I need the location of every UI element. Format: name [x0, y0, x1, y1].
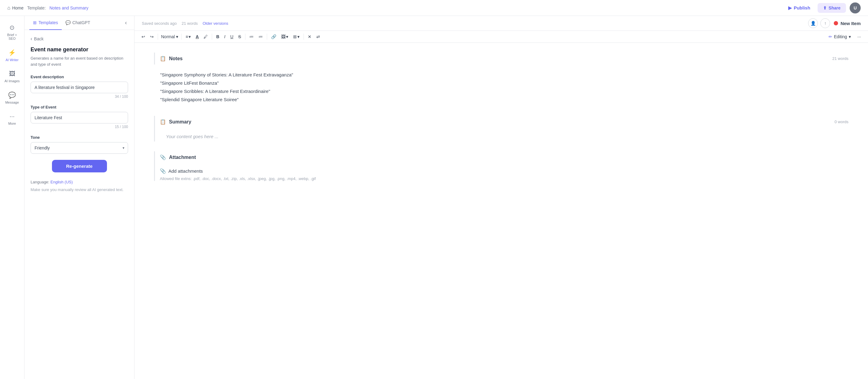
event-description-char-count: 34 / 100	[31, 94, 128, 99]
template-name-link[interactable]: Notes and Summary	[50, 5, 89, 10]
share-icon-button[interactable]: ↑	[820, 18, 830, 28]
disclaimer-text: Make sure you manually review all AI gen…	[31, 187, 128, 193]
home-link[interactable]: ⌂ Home	[7, 5, 24, 11]
sidebar-item-label-ai-images: AI Images	[5, 79, 20, 83]
summary-header-left: 📋 Summary	[160, 119, 191, 125]
chatgpt-tab-label: ChatGPT	[72, 20, 90, 25]
ai-writer-icon: ⚡	[8, 49, 16, 56]
text-direction-button[interactable]: ⇄	[314, 33, 322, 41]
undo-button[interactable]: ↩	[140, 33, 147, 41]
underline-button[interactable]: U	[228, 33, 235, 41]
event-description-input[interactable]	[31, 82, 128, 93]
align-button[interactable]: ≡ ▾	[183, 33, 193, 41]
table-button[interactable]: ⊞ ▾	[291, 33, 302, 41]
bold-button[interactable]: B	[214, 33, 221, 41]
toolbar-separator-5	[267, 34, 267, 40]
home-icon: ⌂	[7, 5, 10, 11]
regenerate-button[interactable]: Re-generate	[52, 160, 107, 172]
add-attachment-icon: 📎	[160, 168, 166, 174]
link-button[interactable]: 🔗	[269, 33, 278, 41]
redo-button[interactable]: ↪	[148, 33, 156, 41]
align-icon: ≡	[186, 34, 188, 39]
more-toolbar-icon: ···	[857, 34, 861, 39]
toolbar: ↩ ↪ Normal ▾ ≡ ▾ A 🖊 B	[134, 31, 868, 43]
note-line-3: "Singapore Scribbles: A Literature Fest …	[160, 87, 848, 95]
back-button[interactable]: ‹ Back	[31, 36, 43, 41]
language-info: Language: English (US)	[31, 180, 128, 184]
ai-images-icon: 🖼	[9, 70, 15, 77]
table-icon: ⊞	[293, 34, 297, 39]
strikethrough-button[interactable]: S	[236, 33, 243, 41]
clear-format-button[interactable]: ✕	[306, 33, 314, 41]
avatar[interactable]: U	[850, 2, 861, 13]
collaborator-add-button[interactable]: 👤	[808, 18, 818, 28]
icon-sidebar: ⊙ Brief + SEO ⚡ AI Writer 🖼 AI Images 💬 …	[0, 16, 25, 379]
align-arrow-icon: ▾	[189, 34, 191, 39]
attachment-section-icon: 📎	[160, 154, 166, 160]
older-versions-link[interactable]: Older versions	[203, 21, 228, 26]
numbered-list-button[interactable]: ≔	[256, 33, 265, 41]
toolbar-separator-4	[245, 34, 245, 40]
underline-icon: U	[230, 34, 233, 39]
pencil-icon: ✏	[829, 34, 832, 39]
text-color-button[interactable]: A	[193, 33, 201, 41]
summary-word-count: 0 words	[834, 120, 848, 124]
language-value[interactable]: English (US)	[51, 180, 73, 184]
left-panel: ⊞ Templates 💬 ChatGPT ‹ ‹ Back Event nam…	[25, 16, 134, 379]
attachment-header: 📎 Attachment	[160, 151, 848, 163]
add-attachment-button[interactable]: 📎 Add attachments	[160, 168, 848, 174]
notes-section-icon: 📋	[160, 56, 166, 61]
sidebar-item-more[interactable]: ··· More	[1, 110, 23, 128]
collapse-panel-button[interactable]: ‹	[123, 17, 129, 28]
text-style-label: Normal	[161, 34, 175, 39]
top-bar-right: ▶ Publish ⬆ Share U	[784, 2, 861, 13]
share-button[interactable]: ⬆ Share	[817, 3, 846, 13]
share-label: Share	[829, 5, 840, 10]
avatar-initials: U	[854, 5, 857, 10]
notes-section: 📋 Notes 21 words "Singapore Symphony of …	[154, 53, 848, 106]
chatgpt-tab-icon: 💬	[65, 20, 71, 25]
new-item-button[interactable]: New Item	[834, 21, 861, 26]
message-icon: 💬	[8, 91, 16, 99]
word-count-top: 21 words	[182, 21, 198, 26]
summary-section: 📋 Summary 0 words Your content goes here…	[154, 116, 848, 141]
text-style-select[interactable]: Normal ▾	[160, 33, 179, 41]
collaborator-icon: 👤	[810, 21, 816, 26]
summary-placeholder[interactable]: Your content goes here ...	[160, 131, 848, 141]
italic-button[interactable]: I	[222, 33, 228, 41]
attachment-section: 📎 Attachment 📎 Add attachments Allowed f…	[154, 151, 848, 181]
more-icon: ···	[9, 113, 15, 120]
tab-chatgpt[interactable]: 💬 ChatGPT	[62, 16, 94, 30]
toolbar-separator-1	[158, 34, 158, 40]
publish-button[interactable]: ▶ Publish	[784, 3, 814, 12]
event-type-group: Type of Event 15 / 100	[31, 105, 128, 129]
bullet-list-button[interactable]: ≔	[247, 33, 256, 41]
tone-select-wrapper: Friendly Professional Casual Formal ▾	[31, 142, 128, 154]
sidebar-item-message[interactable]: 💬 Message	[1, 88, 23, 107]
sidebar-item-ai-images[interactable]: 🖼 AI Images	[1, 67, 23, 86]
editing-mode-button[interactable]: ✏ Editing ▾	[826, 33, 854, 41]
strikethrough-icon: S	[238, 34, 241, 39]
main-layout: ⊙ Brief + SEO ⚡ AI Writer 🖼 AI Images 💬 …	[0, 16, 868, 379]
tab-templates[interactable]: ⊞ Templates	[29, 16, 62, 30]
event-type-input[interactable]	[31, 112, 128, 124]
sidebar-item-ai-writer[interactable]: ⚡ AI Writer	[1, 46, 23, 65]
notes-section-header: 📋 Notes 21 words	[154, 53, 848, 64]
image-button[interactable]: 🖼 ▾	[279, 33, 290, 41]
undo-icon: ↩	[142, 34, 145, 39]
editor-meta: Saved seconds ago 21 words Older version…	[142, 21, 228, 26]
text-style-arrow-icon: ▾	[176, 34, 178, 39]
share-collab-icon: ↑	[824, 21, 827, 26]
highlight-button[interactable]: 🖊	[202, 33, 210, 41]
language-label: Language:	[31, 180, 49, 184]
sidebar-item-brief-seo[interactable]: ⊙ Brief + SEO	[1, 21, 23, 43]
publish-label: Publish	[794, 5, 810, 10]
bullet-list-icon: ≔	[249, 34, 254, 39]
collab-icons: 👤 ↑	[808, 18, 830, 28]
bold-icon: B	[216, 34, 219, 39]
editor-area: Saved seconds ago 21 words Older version…	[134, 16, 868, 379]
more-toolbar-button[interactable]: ···	[855, 33, 863, 41]
tone-select[interactable]: Friendly Professional Casual Formal	[31, 142, 128, 154]
sidebar-item-label-message: Message	[5, 100, 19, 104]
text-direction-icon: ⇄	[316, 34, 320, 39]
